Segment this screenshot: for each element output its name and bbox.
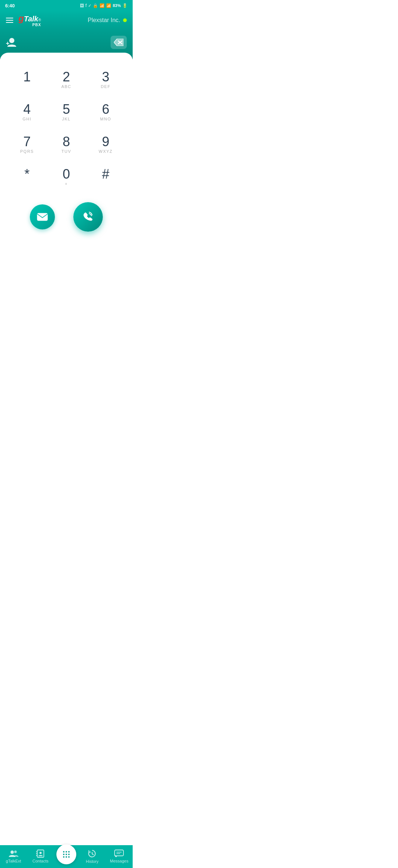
dial-num-1: 1: [23, 70, 31, 84]
status-bar: 6:40 🖼 f ✓ 🔒 📶 📶 83% 🔋: [0, 0, 133, 10]
svg-text:+: +: [6, 40, 9, 46]
call-button[interactable]: [73, 202, 103, 232]
dial-num-*: *: [24, 168, 29, 181]
dial-letters-5: JKL: [62, 117, 70, 122]
dial-num-5: 5: [63, 103, 70, 116]
message-button[interactable]: [30, 204, 55, 229]
dial-key-1[interactable]: 1: [7, 64, 47, 96]
signal-icon: 📶: [106, 3, 111, 8]
dial-num-8: 8: [63, 135, 70, 148]
dial-letters-2: ABC: [61, 84, 71, 89]
dial-key-2[interactable]: 2ABC: [47, 64, 86, 96]
dial-num-0: 0: [63, 168, 70, 181]
lock-icon: 🔒: [93, 3, 98, 8]
phone-call-icon: [82, 211, 94, 223]
app-logo: g Talk ® PBX: [18, 13, 41, 27]
dial-key-*[interactable]: *: [7, 161, 47, 193]
logo-g: g: [18, 13, 24, 24]
header-right: Plexstar Inc.: [88, 17, 127, 24]
battery-text: 83%: [113, 3, 121, 8]
dial-key-4[interactable]: 4GHI: [7, 96, 47, 129]
dial-letters-4: GHI: [22, 117, 31, 122]
status-icons: 🖼 f ✓ 🔒 📶 📶 83% 🔋: [80, 3, 128, 8]
dial-letters-6: MNO: [100, 117, 111, 122]
add-contact-button[interactable]: +: [6, 37, 18, 48]
logo-pbx: PBX: [18, 23, 41, 27]
dial-letters-9: WXYZ: [99, 149, 113, 154]
battery-icon: 🔋: [122, 3, 128, 8]
dial-num-9: 9: [102, 135, 109, 148]
dial-key-3[interactable]: 3DEF: [86, 64, 125, 96]
svg-point-0: [9, 38, 14, 43]
dial-key-5[interactable]: 5JKL: [47, 96, 86, 129]
dial-key-9[interactable]: 9WXYZ: [86, 129, 125, 161]
action-row: [7, 193, 125, 239]
add-person-icon: +: [6, 37, 18, 48]
dial-letters-0: +: [65, 182, 68, 187]
dialpad-container: 12ABC3DEF4GHI5JKL6MNO7PQRS8TUV9WXYZ*0+#: [0, 53, 133, 246]
logo-registered: ®: [38, 18, 41, 22]
dial-num-7: 7: [23, 135, 31, 148]
wifi-icon: 📶: [100, 3, 105, 8]
online-status-dot: [123, 18, 127, 22]
dial-num-3: 3: [102, 70, 109, 84]
dial-num-4: 4: [23, 103, 31, 116]
dial-num-#: #: [102, 168, 109, 181]
dial-key-#[interactable]: #: [86, 161, 125, 193]
app-header: g Talk ® PBX Plexstar Inc.: [0, 10, 133, 31]
dial-letters-7: PQRS: [20, 149, 34, 154]
status-time: 6:40: [5, 3, 15, 8]
backspace-button[interactable]: [111, 36, 127, 49]
image-icon: 🖼: [80, 3, 84, 8]
header-left: g Talk ® PBX: [6, 13, 41, 27]
dial-letters-8: TUV: [62, 149, 71, 154]
hamburger-menu[interactable]: [6, 18, 13, 23]
dial-key-7[interactable]: 7PQRS: [7, 129, 47, 161]
dial-key-0[interactable]: 0+: [47, 161, 86, 193]
envelope-icon: [37, 213, 48, 221]
svg-rect-4: [37, 213, 48, 221]
company-name: Plexstar Inc.: [88, 17, 120, 24]
dial-key-6[interactable]: 6MNO: [86, 96, 125, 129]
facebook-icon: f: [85, 3, 87, 8]
dial-num-6: 6: [102, 103, 109, 116]
check-icon: ✓: [88, 3, 91, 8]
dialpad-grid: 12ABC3DEF4GHI5JKL6MNO7PQRS8TUV9WXYZ*0+#: [7, 64, 125, 193]
backspace-icon: [114, 39, 123, 46]
logo-talk: Talk: [24, 15, 38, 23]
dial-key-8[interactable]: 8TUV: [47, 129, 86, 161]
dial-num-2: 2: [63, 70, 70, 84]
dial-letters-3: DEF: [101, 84, 111, 89]
